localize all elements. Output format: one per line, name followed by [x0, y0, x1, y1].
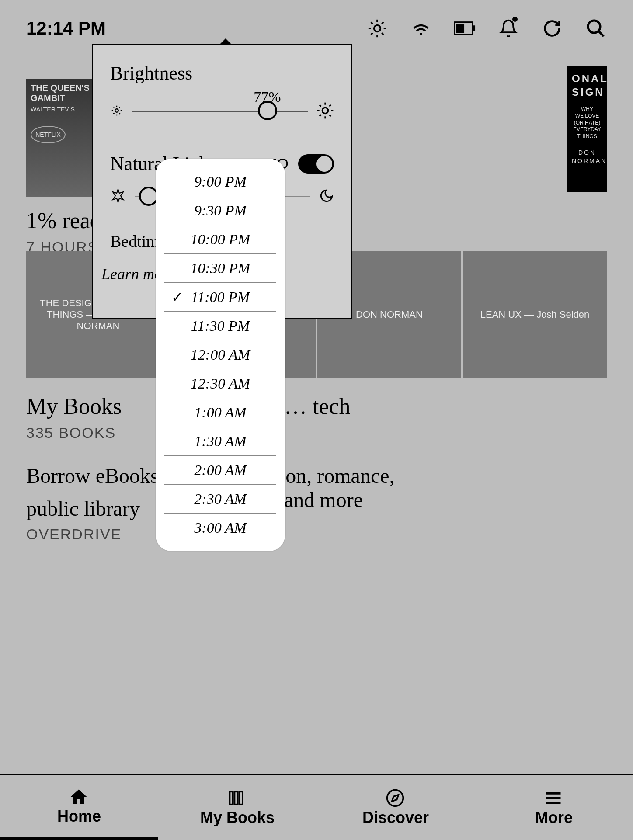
nav-my-books-label: My Books — [200, 809, 275, 827]
status-icons — [366, 17, 607, 39]
svg-point-0 — [374, 25, 381, 32]
svg-rect-10 — [473, 25, 475, 31]
bedtime-time-picker: 9:00 PM9:30 PM10:00 PM10:30 PM11:00 PM✓1… — [156, 159, 285, 551]
nav-my-books[interactable]: My Books — [158, 775, 316, 840]
svg-line-26 — [320, 105, 321, 107]
svg-line-21 — [114, 113, 115, 114]
overdrive-label: OVERDRIVE — [26, 526, 607, 543]
svg-marker-32 — [113, 189, 123, 202]
nav-discover-label: Discover — [362, 809, 429, 827]
my-books-title: My Books — [26, 393, 122, 419]
nav-more[interactable]: More — [475, 775, 633, 840]
svg-line-3 — [371, 22, 373, 24]
svg-line-7 — [371, 33, 373, 35]
compass-icon — [385, 788, 407, 806]
my-books-count: 335 BOOKS — [26, 424, 122, 441]
bottom-nav: Home My Books Discover More — [0, 774, 633, 840]
time-option[interactable]: 3:00 AM — [164, 514, 276, 542]
overdrive-section[interactable]: Borrow eBooks from your … ion, romance, … — [26, 446, 607, 543]
svg-line-31 — [330, 105, 331, 107]
netflix-badge: NETFLIX — [31, 126, 66, 143]
books-icon — [226, 788, 248, 806]
brightness-icon[interactable] — [366, 17, 388, 39]
svg-line-30 — [320, 115, 321, 117]
sync-icon[interactable] — [541, 17, 563, 39]
svg-rect-35 — [240, 791, 243, 804]
time-option[interactable]: 10:30 PM — [164, 254, 276, 283]
svg-point-36 — [387, 790, 403, 806]
book-cover[interactable]: LEAN UX — Josh Seiden — [463, 251, 607, 378]
time-option[interactable]: 11:30 PM — [164, 312, 276, 340]
svg-marker-37 — [392, 795, 399, 802]
brightness-slider-row: 77% — [93, 93, 351, 139]
time-option[interactable]: 10:00 PM — [164, 225, 276, 254]
brightness-slider-thumb[interactable] — [258, 101, 277, 120]
status-bar: 12:14 PM — [0, 0, 633, 48]
battery-icon[interactable] — [454, 17, 476, 39]
svg-line-19 — [114, 108, 115, 108]
svg-point-14 — [115, 109, 118, 112]
svg-line-20 — [119, 113, 120, 114]
tech-section[interactable]: … tech — [284, 385, 351, 419]
svg-line-13 — [598, 31, 604, 36]
svg-rect-34 — [235, 791, 238, 804]
svg-line-4 — [382, 33, 383, 35]
brightness-slider[interactable]: 77% — [132, 111, 308, 112]
svg-line-27 — [330, 115, 331, 117]
time-option[interactable]: 1:00 AM — [164, 398, 276, 427]
time-option[interactable]: 2:00 AM — [164, 456, 276, 485]
svg-line-8 — [382, 22, 383, 24]
menu-icon — [543, 788, 565, 806]
moon-icon — [319, 188, 334, 205]
nav-discover[interactable]: Discover — [316, 775, 475, 840]
nav-more-label: More — [535, 809, 573, 827]
svg-point-12 — [588, 21, 600, 33]
check-icon: ✓ — [171, 289, 183, 305]
sun-high-icon — [316, 102, 334, 121]
sun-low-icon — [110, 104, 123, 119]
bell-icon[interactable] — [497, 17, 519, 39]
time-option[interactable]: 9:00 PM — [164, 167, 276, 196]
nav-home-label: Home — [57, 807, 101, 826]
auto-toggle[interactable] — [298, 154, 334, 174]
brightness-title: Brightness — [93, 45, 351, 93]
home-icon — [68, 787, 90, 805]
sun-outline-icon — [110, 188, 126, 205]
time-option[interactable]: 2:30 AM — [164, 485, 276, 514]
nav-home[interactable]: Home — [0, 775, 158, 840]
svg-rect-11 — [456, 24, 464, 33]
wifi-icon[interactable] — [410, 17, 432, 39]
time-option[interactable]: 1:30 AM — [164, 427, 276, 456]
book-cover-design[interactable]: ONAL SIGN WHY WE LOVE (OR HATE) EVERYDAY… — [567, 66, 607, 192]
time-option[interactable]: 11:00 PM✓ — [164, 283, 276, 312]
time-option[interactable]: 12:00 AM — [164, 340, 276, 369]
time-option[interactable]: 12:30 AM — [164, 369, 276, 398]
my-books-section[interactable]: My Books 335 BOOKS — [26, 385, 122, 441]
svg-point-23 — [322, 108, 328, 113]
svg-line-22 — [119, 108, 120, 108]
svg-rect-33 — [230, 791, 233, 804]
time-option[interactable]: 9:30 PM — [164, 196, 276, 225]
search-icon[interactable] — [585, 17, 607, 39]
status-time: 12:14 PM — [26, 18, 106, 39]
